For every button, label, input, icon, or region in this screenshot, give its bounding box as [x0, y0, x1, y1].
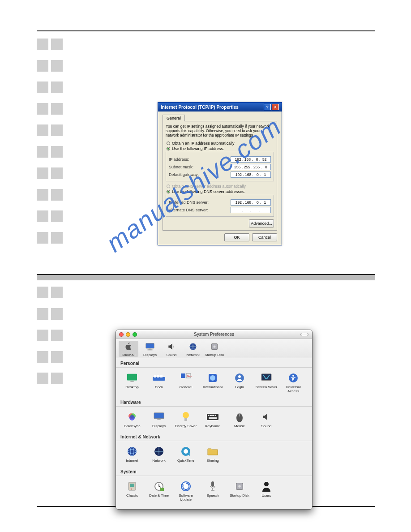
cancel-button[interactable]: Cancel [252, 233, 277, 241]
display-icon [152, 410, 166, 424]
pref-startup-disk[interactable]: Startup Disk [226, 478, 253, 504]
svg-point-21 [292, 375, 294, 377]
toolbar-sound[interactable]: Sound [162, 341, 181, 357]
radio-label: Obtain DNS server address automatically [172, 184, 246, 189]
pref-classic[interactable]: 9Classic [119, 478, 146, 504]
dock-icon [152, 371, 166, 385]
svg-rect-26 [157, 419, 160, 420]
svg-rect-8 [153, 377, 165, 381]
description-text: You can get IP settings assigned automat… [166, 124, 274, 137]
screensaver-icon [260, 371, 273, 385]
svg-rect-6 [127, 374, 137, 381]
pref-speech[interactable]: Speech [199, 478, 226, 504]
pref-login[interactable]: Login [226, 369, 253, 395]
svg-point-18 [238, 375, 241, 378]
svg-rect-34 [215, 415, 216, 416]
radio-icon [167, 142, 170, 145]
svg-text:New: New [187, 375, 192, 378]
ok-button[interactable]: OK [224, 233, 249, 241]
pref-screen-saver[interactable]: Screen Saver [253, 369, 280, 395]
radio-icon [167, 184, 170, 188]
pref-dock[interactable]: Dock [146, 369, 172, 395]
desktop-icon [125, 371, 139, 385]
accessibility-icon [287, 371, 300, 385]
window-titlebar[interactable]: Internet Protocol (TCP/IP) Properties ? … [158, 103, 282, 112]
svg-point-38 [128, 447, 137, 456]
ip-fieldset: IP address: Subnet mask: Default gateway… [166, 152, 274, 181]
radio-label: Use the following DNS server addresses: [172, 189, 245, 194]
pref-keyboard[interactable]: Keyboard [199, 408, 226, 430]
close-button-icon[interactable]: X [272, 104, 279, 110]
folder-icon [206, 445, 219, 458]
svg-point-27 [183, 412, 189, 418]
pref-colorsync[interactable]: ColorSync [119, 408, 146, 430]
clock-icon [152, 480, 166, 493]
display-icon [144, 341, 156, 352]
pref-mouse[interactable]: Mouse [226, 408, 253, 430]
svg-rect-35 [209, 417, 217, 419]
radio-icon [167, 147, 170, 150]
pref-internet[interactable]: Internet [119, 443, 146, 465]
disk-icon [209, 341, 220, 352]
pref-sound[interactable]: Sound [253, 408, 280, 430]
pref-energy-saver[interactable]: Energy Saver [172, 408, 199, 430]
quicktime-icon [179, 445, 193, 458]
radio-use-following-ip[interactable]: Use the following IP address: [167, 146, 274, 151]
mac-titlebar[interactable]: System Preferences [116, 330, 312, 339]
pref-network[interactable]: Network [146, 443, 172, 465]
alternate-dns-label: Alternate DNS server: [169, 208, 208, 212]
tab-panel: You can get IP settings assigned automat… [163, 121, 277, 231]
toolbar-label: Show All [122, 353, 136, 357]
pref-quicktime[interactable]: QuickTime [172, 443, 199, 465]
speaker-icon [166, 341, 177, 352]
toolbar-network[interactable]: Network [183, 341, 203, 357]
svg-point-54 [238, 485, 241, 488]
preferred-dns-input[interactable] [231, 199, 271, 206]
radio-obtain-dns-auto: Obtain DNS server address automatically [167, 184, 274, 189]
grid-personal: Desktop Dock NewGeneral International Lo… [116, 368, 312, 397]
svg-rect-48 [160, 488, 164, 491]
update-icon [179, 480, 193, 493]
svg-rect-50 [211, 481, 214, 487]
toolbar-displays[interactable]: Displays [140, 341, 160, 357]
tab-general[interactable]: General [163, 115, 185, 121]
help-button-icon[interactable]: ? [264, 104, 271, 110]
grid-hardware: ColorSync Displays Energy Saver Keyboard… [116, 407, 312, 432]
alternate-dns-input[interactable] [231, 207, 271, 213]
radio-label: Obtain an IP address automatically [172, 141, 234, 146]
section-system: System [116, 467, 312, 476]
toolbar-toggle-icon[interactable] [300, 333, 308, 336]
pref-sharing[interactable]: Sharing [199, 443, 226, 465]
pref-date-time[interactable]: Date & Time [146, 478, 172, 504]
svg-point-43 [184, 449, 188, 454]
ip-address-label: IP address: [169, 157, 189, 162]
toolbar-label: Startup Disk [205, 353, 224, 357]
radio-obtain-ip-auto[interactable]: Obtain an IP address automatically [167, 141, 274, 146]
toolbar-show-all[interactable]: Show All [119, 341, 138, 357]
toolbar-label: Displays [143, 353, 157, 357]
mouse-icon [233, 410, 246, 424]
disk-icon [233, 480, 246, 493]
pref-international[interactable]: International [199, 369, 226, 395]
svg-rect-45 [130, 484, 134, 487]
spine-squares-top [37, 39, 64, 253]
globe-icon [187, 341, 199, 352]
pref-software-update[interactable]: Software Update [172, 478, 199, 504]
preferred-dns-label: Preferred DNS server: [169, 200, 209, 205]
subnet-mask-input[interactable] [231, 164, 271, 170]
pref-displays[interactable]: Displays [146, 408, 172, 430]
advanced-button[interactable]: Advanced... [249, 219, 274, 227]
radio-use-following-dns[interactable]: Use the following DNS server addresses: [167, 189, 274, 194]
pref-general[interactable]: NewGeneral [172, 369, 199, 395]
svg-rect-12 [181, 373, 185, 378]
default-gateway-input[interactable] [231, 172, 271, 178]
svg-point-55 [264, 482, 269, 486]
microphone-icon [206, 480, 219, 493]
toolbar-startup-disk[interactable]: Startup Disk [205, 341, 224, 357]
svg-rect-9 [154, 375, 156, 378]
classic-icon: 9 [125, 480, 139, 493]
ip-address-input[interactable] [231, 156, 271, 163]
pref-users[interactable]: Users [253, 478, 280, 504]
pref-universal-access[interactable]: Universal Access [280, 369, 307, 395]
pref-desktop[interactable]: Desktop [119, 369, 146, 395]
